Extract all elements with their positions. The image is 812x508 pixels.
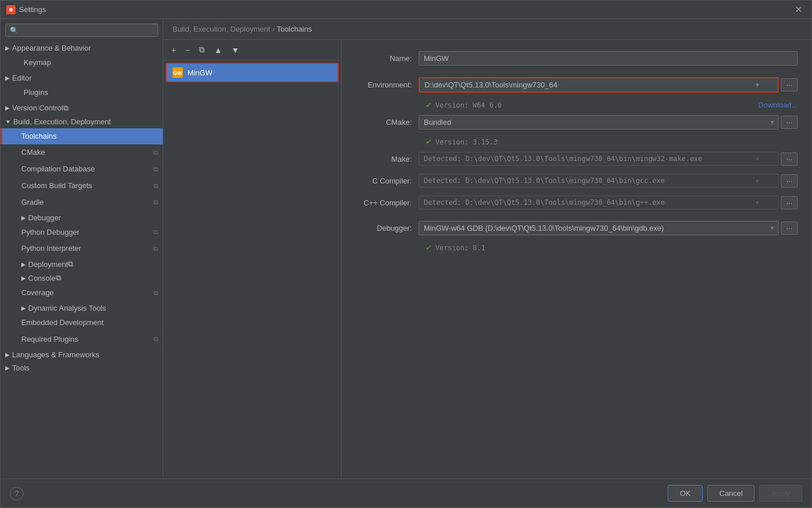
- add-toolchain-button[interactable]: +: [168, 44, 179, 56]
- apply-button[interactable]: Apply: [759, 485, 802, 502]
- sidebar-item-python-debugger[interactable]: Python Debugger ⧉: [1, 224, 163, 241]
- check-icon: ✔: [426, 101, 432, 109]
- chevron-right-icon: ▶: [5, 105, 10, 111]
- breadcrumb-part1: Build, Execution, Deployment: [173, 25, 270, 33]
- toolchain-item-mingw[interactable]: GW MinGW: [166, 63, 339, 82]
- sidebar-item-label: Gradle: [21, 197, 44, 209]
- sidebar-item-cmake[interactable]: CMake ⧉: [1, 144, 163, 161]
- sidebar-item-plugins[interactable]: Plugins: [1, 85, 163, 101]
- breadcrumb: Build, Execution, Deployment › Toolchain…: [163, 19, 811, 40]
- cmake-select-wrapper: Bundled ▾: [419, 115, 779, 129]
- sidebar-item-label: Dynamic Analysis Tools: [28, 304, 106, 312]
- sidebar-item-dynamic-analysis-tools[interactable]: ▶ Dynamic Analysis Tools: [1, 301, 163, 315]
- sidebar-item-console[interactable]: ▶ Console ⧉: [1, 271, 163, 285]
- sidebar-item-build-execution-deployment[interactable]: ▼ Build, Execution, Deployment: [1, 115, 163, 128]
- copy-icon: ⧉: [68, 259, 73, 269]
- sidebar-item-keymap[interactable]: Keymap: [1, 55, 163, 71]
- sidebar-item-required-plugins[interactable]: Required Plugins ⧉: [1, 331, 163, 348]
- check-icon: ✔: [426, 243, 432, 252]
- help-button[interactable]: ?: [10, 487, 24, 501]
- cmake-browse-button[interactable]: ···: [781, 116, 798, 129]
- check-icon: ✔: [426, 137, 432, 146]
- ok-button[interactable]: OK: [668, 485, 703, 502]
- sidebar-item-compilation-database[interactable]: Compilation Database ⧉: [1, 161, 163, 178]
- close-button[interactable]: ✕: [791, 3, 806, 16]
- main-panel: Build, Execution, Deployment › Toolchain…: [163, 19, 811, 479]
- cmake-version-row: ✔ Version: 3.15.3: [426, 137, 798, 146]
- chevron-down-icon: ▼: [5, 119, 11, 125]
- cmake-select[interactable]: Bundled: [419, 115, 779, 129]
- cmake-row: CMake: Bundled ▾ ···: [355, 115, 798, 129]
- name-label: Name:: [355, 54, 419, 63]
- move-down-button[interactable]: ▼: [228, 44, 243, 56]
- copy-toolchain-button[interactable]: ⧉: [196, 43, 208, 56]
- sidebar-item-languages-frameworks[interactable]: ▶ Languages & Frameworks: [1, 348, 163, 361]
- sidebar-item-label: Compilation Database: [21, 163, 95, 175]
- copy-icon: ⧉: [56, 273, 61, 282]
- environment-input[interactable]: [419, 77, 779, 93]
- cpp-compiler-row: C++ Compiler: ▾ ···: [355, 196, 798, 209]
- panel-area: + − ⧉ ▲ ▼ GW: [163, 40, 811, 479]
- toolbar: + − ⧉ ▲ ▼: [163, 40, 341, 60]
- sidebar-item-label: Languages & Frameworks: [12, 350, 99, 359]
- sidebar-item-coverage[interactable]: Coverage ⧉: [1, 285, 163, 301]
- copy-icon: ⧉: [154, 181, 158, 192]
- cmake-label: CMake:: [355, 118, 419, 127]
- search-input[interactable]: [21, 26, 154, 35]
- copy-icon: ⧉: [154, 197, 158, 208]
- sidebar-item-appearance-behavior[interactable]: ▶ Appearance & Behavior: [1, 41, 163, 55]
- cpp-compiler-input[interactable]: [419, 196, 779, 209]
- sidebar-item-tools[interactable]: ▶ Tools: [1, 361, 163, 375]
- environment-select-wrapper: ▾: [419, 77, 779, 93]
- svg-point-1: [9, 8, 13, 12]
- app-icon: [6, 5, 16, 14]
- debugger-browse-button[interactable]: ···: [781, 221, 798, 235]
- sidebar-item-label: Toolchains: [21, 131, 56, 143]
- make-row: Make: ▾ ···: [355, 152, 798, 166]
- sidebar-item-label: Python Interpreter: [21, 243, 81, 255]
- sidebar-item-deployment[interactable]: ▶ Deployment ⧉: [1, 257, 163, 271]
- debugger-row: Debugger: MinGW-w64 GDB (D:\dev\QT\Qt5.1…: [355, 221, 798, 235]
- name-input[interactable]: [419, 51, 798, 66]
- sidebar-item-label: Custom Build Targets: [21, 180, 92, 192]
- sidebar-item-python-interpreter[interactable]: Python Interpreter ⧉: [1, 240, 163, 257]
- cpp-compiler-browse-button[interactable]: ···: [781, 196, 798, 209]
- make-browse-button[interactable]: ···: [781, 152, 798, 166]
- download-link[interactable]: Download...: [758, 101, 798, 109]
- debugger-version-text: Version: 8.1: [435, 244, 485, 252]
- breadcrumb-separator: ›: [272, 25, 277, 33]
- c-compiler-input[interactable]: [419, 174, 779, 188]
- chevron-right-icon: ▶: [21, 261, 26, 268]
- make-select-wrapper: ▾: [419, 152, 779, 166]
- sidebar-item-editor[interactable]: ▶ Editor: [1, 71, 163, 85]
- sidebar-item-gradle[interactable]: Gradle ⧉: [1, 194, 163, 211]
- sidebar-item-label: Deployment: [28, 260, 68, 269]
- debugger-select[interactable]: MinGW-w64 GDB (D:\dev\QT\Qt5.13.0\Tools\…: [419, 221, 779, 235]
- environment-row: Environment: ▾ ···: [355, 77, 798, 93]
- sidebar-item-version-control[interactable]: ▶ Version Control ⧉: [1, 101, 163, 115]
- sidebar-item-label: Keymap: [24, 57, 51, 69]
- sidebar-item-label: Appearance & Behavior: [12, 44, 91, 52]
- sidebar-item-embedded-development[interactable]: Embedded Development: [1, 315, 163, 331]
- sidebar-item-label: Tools: [12, 364, 29, 372]
- toolchain-item-label: MinGW: [187, 68, 212, 77]
- sidebar-item-label: Plugins: [24, 87, 48, 99]
- settings-dialog: Settings ✕ 🔍 ▶ Appearance & Behavior Key…: [0, 0, 812, 508]
- c-compiler-browse-button[interactable]: ···: [781, 174, 798, 188]
- chevron-right-icon: ▶: [5, 75, 10, 81]
- debugger-select-wrapper: MinGW-w64 GDB (D:\dev\QT\Qt5.13.0\Tools\…: [419, 221, 779, 235]
- search-icon: 🔍: [10, 26, 18, 35]
- sidebar-item-custom-build-targets[interactable]: Custom Build Targets ⧉: [1, 178, 163, 194]
- sidebar-item-debugger[interactable]: ▶ Debugger: [1, 211, 163, 224]
- make-input[interactable]: [419, 152, 779, 166]
- sidebar-item-toolchains[interactable]: Toolchains: [1, 128, 163, 145]
- sidebar-item-label: Debugger: [28, 213, 61, 222]
- sidebar-item-label: Build, Execution, Deployment: [13, 117, 111, 126]
- search-box[interactable]: 🔍: [5, 24, 158, 37]
- sidebar-item-label: Embedded Development: [21, 317, 104, 329]
- move-up-button[interactable]: ▲: [210, 44, 225, 56]
- copy-icon: ⧉: [154, 165, 158, 175]
- remove-toolchain-button[interactable]: −: [182, 44, 193, 56]
- cancel-button[interactable]: Cancel: [707, 485, 754, 502]
- environment-browse-button[interactable]: ···: [781, 78, 798, 91]
